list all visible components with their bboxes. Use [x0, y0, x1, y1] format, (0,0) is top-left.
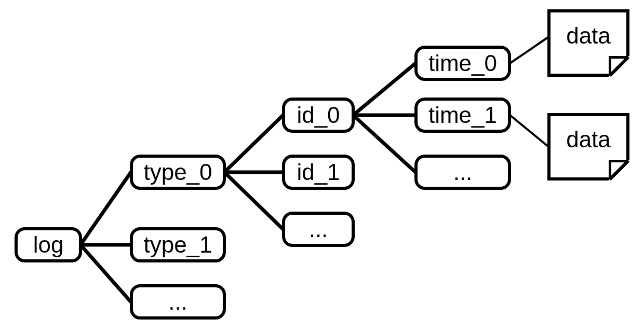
svg-line-2 — [81, 245, 131, 302]
node-type-1: type_1 — [130, 227, 226, 262]
node-label: log — [33, 232, 64, 258]
leaf-label: data — [566, 23, 611, 49]
svg-line-8 — [353, 115, 415, 172]
node-time-1: time_1 — [414, 98, 511, 133]
node-log: log — [15, 227, 82, 262]
node-time-0: time_0 — [414, 46, 511, 81]
node-id-more: ... — [282, 212, 355, 247]
node-type-more: ... — [130, 284, 226, 320]
svg-line-6 — [353, 63, 415, 115]
node-label: id_0 — [297, 102, 340, 128]
node-label: id_1 — [297, 159, 340, 185]
svg-line-9 — [510, 37, 548, 63]
svg-line-10 — [510, 115, 548, 146]
node-label: time_1 — [428, 102, 497, 128]
node-label: type_1 — [143, 232, 212, 258]
svg-line-0 — [81, 172, 131, 245]
leaf-data-0: data — [547, 9, 629, 77]
node-label: time_0 — [428, 50, 497, 76]
node-type-0: type_0 — [130, 155, 226, 190]
leaf-label: data — [566, 127, 611, 152]
dogear-icon — [609, 56, 629, 77]
node-id-1: id_1 — [282, 155, 355, 190]
node-time-more: ... — [414, 155, 511, 190]
leaf-data-1: data — [547, 113, 629, 181]
svg-line-5 — [224, 172, 283, 229]
node-id-0: id_0 — [282, 98, 355, 133]
dogear-icon — [609, 160, 629, 181]
node-label: ... — [453, 159, 473, 185]
node-label: ... — [309, 216, 328, 242]
svg-line-3 — [224, 115, 283, 172]
node-label: ... — [168, 289, 187, 315]
node-label: type_0 — [143, 159, 212, 185]
